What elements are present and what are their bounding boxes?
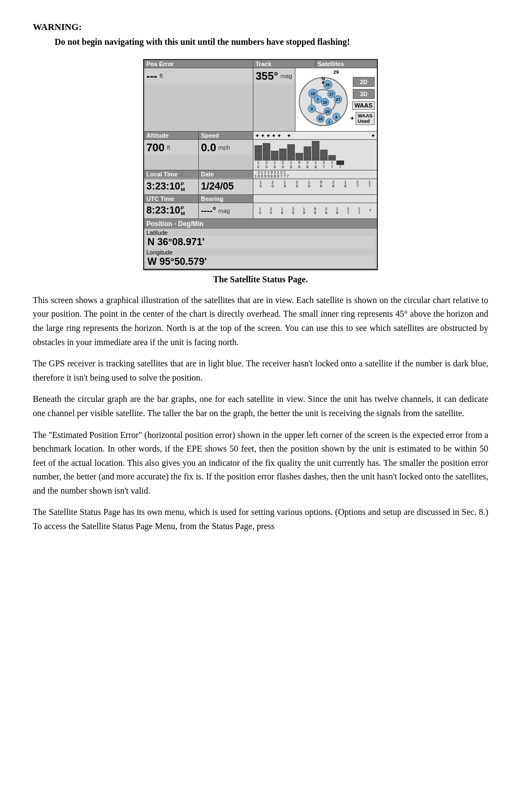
bar-col-2: 20	[263, 143, 270, 169]
longitude-value: W 95°50.579'	[146, 256, 375, 268]
svg-text:1: 1	[328, 120, 330, 124]
warning-section: WARNING: Do not begin navigating with th…	[33, 22, 488, 48]
star6: ✦	[287, 133, 291, 139]
gps-row1: --- ft 355° mag 29	[144, 68, 377, 132]
svg-text:8: 8	[335, 115, 338, 119]
bar-col-5: 19	[287, 144, 295, 169]
latitude-value: N 36°08.971'	[146, 236, 375, 248]
bar-col-8: 18	[312, 141, 319, 169]
gps-screen: Pos Error Track Satellites --- ft 355°	[143, 59, 378, 270]
bar-col-1: 10	[254, 145, 262, 169]
local-time-value: 3:23:10PM	[144, 179, 198, 194]
bar-col-7: 28	[304, 146, 311, 169]
speed-header: Speed	[199, 132, 253, 139]
gps-top-header: Pos Error Track Satellites	[144, 60, 377, 68]
satellite-chart: N 29 19	[298, 76, 350, 128]
satellite-page-caption: The Satellite Status Page.	[33, 275, 488, 285]
gps-row4-headers: UTC Time Bearing	[144, 195, 377, 203]
gps-position-section: Position - Deg/Min Latitude N 36°08.971'…	[144, 219, 377, 269]
paragraph-4: The "Estimated Position Error" (horizont…	[33, 428, 488, 498]
star2: ✦	[260, 133, 265, 139]
sat-bar-labels-bottom: 10201929199828182717	[253, 179, 377, 194]
svg-text:N: N	[322, 76, 325, 81]
svg-text:20: 20	[325, 110, 330, 114]
bar-col-9: 27	[320, 150, 328, 169]
bar-col-10: 17	[328, 155, 336, 169]
altitude-value: 700 ft	[144, 140, 198, 155]
utc-time-header: UTC Time	[144, 195, 198, 203]
pos-error-value: --- ft	[144, 68, 253, 84]
paragraph-3: Beneath the circular graph are the bar g…	[33, 392, 488, 420]
star3: ✦	[266, 133, 270, 139]
sat-bottom-numbers: 102019291998281827177	[253, 203, 377, 218]
star5: ✦	[277, 133, 281, 139]
warning-text: Do not begin navigating with this unit u…	[55, 36, 488, 48]
mode-buttons: 2D 3D WAAS ✦ WAASUsed	[350, 76, 376, 128]
svg-text:17: 17	[329, 92, 334, 96]
paragraph-1: This screen shows a graphical illustrati…	[33, 293, 488, 349]
local-time-header: Local Time	[144, 170, 198, 178]
waas-used-text: WAASUsed	[356, 112, 375, 125]
svg-text:19: 19	[311, 92, 315, 96]
satellite-image-container: Pos Error Track Satellites --- ft 355°	[33, 59, 488, 270]
gps-row2-values: 700 ft 0.0 mph 10	[144, 140, 377, 170]
svg-text:7: 7	[317, 98, 319, 102]
svg-text:27: 27	[336, 98, 340, 102]
track-header: Track	[253, 60, 315, 68]
star4: ✦	[271, 133, 276, 139]
satellites-header: Satellites	[316, 60, 377, 68]
speed-value: 0.0 mph	[199, 140, 253, 155]
waas-label: WAAS	[352, 101, 375, 110]
sat-bars: 10 20 19 29 19	[253, 140, 377, 169]
latitude-label: Latitude	[146, 229, 375, 236]
bearing-header: Bearing	[199, 195, 253, 203]
sat-view-area: 29 N	[295, 68, 377, 131]
3d-button[interactable]: 3D	[353, 89, 375, 99]
paragraph-5: The Satellite Status Page has its own me…	[33, 505, 488, 533]
svg-text:29: 29	[325, 83, 330, 87]
star1: ✦	[255, 133, 259, 139]
paragraph-2: The GPS receiver is tracking satellites …	[33, 357, 488, 384]
longitude-label: Longitude	[146, 249, 375, 256]
utc-time-value: 8:23:10PM	[144, 203, 198, 218]
warning-title: WARNING:	[33, 22, 488, 33]
bar-col-6: 98	[295, 153, 303, 169]
svg-text:9: 9	[311, 107, 313, 111]
pos-error-header: Pos Error	[144, 60, 253, 68]
gps-row3-headers: Local Time Date 120 10 29 19 98 28 18 27…	[144, 170, 377, 179]
bar-col-4: 29	[279, 149, 287, 169]
2d-button[interactable]: 2D	[353, 77, 375, 87]
date-value: 1/24/05	[199, 179, 253, 194]
bar-col-3: 19	[271, 151, 279, 169]
altitude-header: Altitude	[144, 132, 198, 139]
gps-row3-values: 3:23:10PM 1/24/05 10201929199828182717	[144, 179, 377, 195]
sat-bar-numbers: 120 10 29 19 98 28 18 27 17 7	[253, 170, 377, 179]
sat-num-29: 29	[333, 69, 339, 75]
gps-row4-values: 8:23:10PM ----° mag 10201929199828182717…	[144, 203, 377, 219]
track-value: 355° mag	[253, 68, 295, 84]
waas-used-label: ✦ WAASUsed	[350, 112, 375, 125]
svg-text:10: 10	[323, 100, 327, 104]
position-header: Position - Deg/Min	[146, 220, 204, 228]
bearing-value: ----° mag	[199, 203, 253, 218]
bar-col-11: 7	[336, 161, 344, 169]
date-header: Date	[199, 170, 253, 178]
waas-plus-icon: ✦	[350, 115, 355, 122]
gps-row2-headers: Altitude Speed ✦ ✦ ✦ ✦ ✦ ✦ ✦	[144, 132, 377, 140]
star7: ✦	[371, 133, 375, 139]
svg-text:18: 18	[318, 117, 323, 121]
